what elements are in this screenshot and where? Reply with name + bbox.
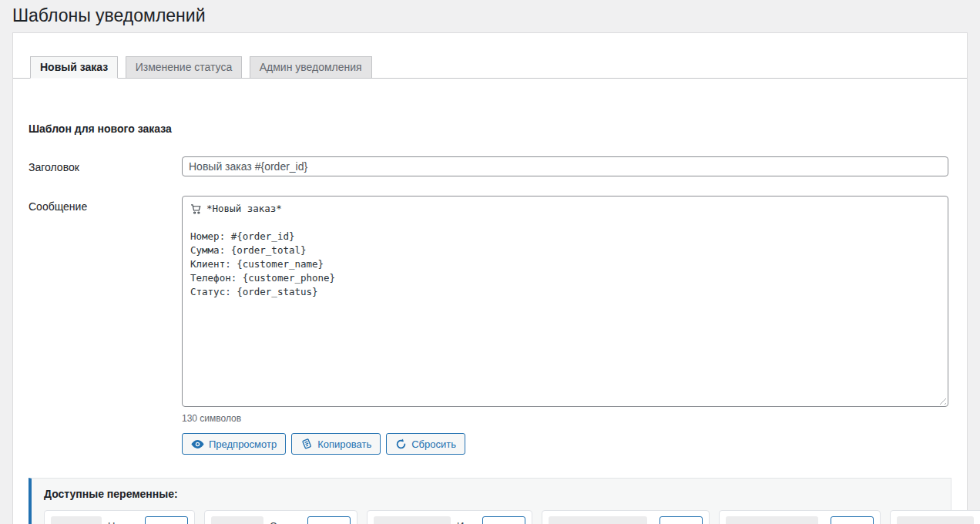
variable-code-chip	[726, 516, 818, 524]
title-row: Заголовок	[29, 156, 951, 176]
copy-icon	[300, 438, 313, 450]
tab-new-order[interactable]: Новый заказ	[30, 56, 118, 79]
reset-button[interactable]: Сбросить	[386, 433, 465, 455]
shopping-cart-icon	[190, 203, 202, 215]
variable-code-chip	[51, 516, 102, 524]
message-label: Сообщение	[29, 196, 182, 407]
tab-status-change[interactable]: Изменение статуса	[126, 56, 243, 79]
reset-button-label: Сбросить	[411, 438, 456, 450]
variable-card-order-status: Статус	[890, 510, 980, 524]
available-variables-heading: Доступные переменные:	[44, 488, 941, 500]
section-title: Шаблон для нового заказа	[29, 123, 951, 135]
title-input[interactable]	[182, 156, 948, 176]
variable-code-chip	[897, 516, 974, 524]
page-title: Шаблоны уведомлений	[0, 0, 980, 27]
variable-card-label: Сумма	[270, 516, 301, 524]
message-body-text: Номер: #{order_id} Сумма: {order_total} …	[190, 216, 940, 299]
message-line1-text: *Новый заказ*	[206, 202, 282, 216]
action-buttons: Предпросмотр Копировать	[182, 433, 951, 455]
insert-variable-button[interactable]	[482, 516, 525, 524]
eye-icon	[191, 439, 204, 449]
resize-handle[interactable]	[937, 395, 946, 405]
copy-button-label: Копировать	[317, 438, 371, 450]
variable-card-order-number: Номер	[44, 510, 195, 524]
variable-card-5	[719, 510, 881, 524]
variable-code-chip	[211, 516, 263, 524]
preview-button-label: Предпросмотр	[209, 438, 277, 450]
variable-card-label: Номер	[108, 516, 139, 524]
message-row: Сообщение *Новый заказ* Номер: #{order_i…	[29, 196, 951, 407]
main-panel: Новый заказ Изменение статуса Админ увед…	[12, 32, 968, 524]
variable-card-label: Имя	[457, 516, 476, 524]
insert-variable-button[interactable]	[145, 516, 188, 524]
tab-admin-notifications[interactable]: Админ уведомления	[250, 56, 372, 79]
title-label: Заголовок	[29, 156, 182, 176]
variable-cards: Номер Сумма Имя	[44, 510, 941, 524]
variable-card-4	[542, 510, 710, 524]
insert-variable-button[interactable]	[307, 516, 351, 524]
preview-button[interactable]: Предпросмотр	[182, 433, 286, 455]
tab-bar: Новый заказ Изменение статуса Админ увед…	[13, 56, 967, 79]
variable-code-chip	[549, 516, 647, 524]
insert-variable-button[interactable]	[831, 516, 874, 524]
tab-content: Шаблон для нового заказа Заголовок Сообщ…	[13, 123, 967, 524]
insert-variable-button[interactable]	[659, 516, 703, 524]
message-first-line: *Новый заказ*	[190, 202, 940, 216]
message-textarea[interactable]: *Новый заказ* Номер: #{order_id} Сумма: …	[182, 196, 948, 407]
copy-button[interactable]: Копировать	[291, 433, 381, 455]
variable-code-chip	[374, 516, 451, 524]
reset-arrow-icon	[395, 438, 407, 450]
variable-card-order-total: Сумма	[204, 510, 357, 524]
variable-card-customer-name: Имя	[367, 510, 532, 524]
available-variables-panel: Доступные переменные: Номер Сумма Имя	[29, 478, 951, 524]
char-count: 130 символов	[182, 413, 951, 424]
